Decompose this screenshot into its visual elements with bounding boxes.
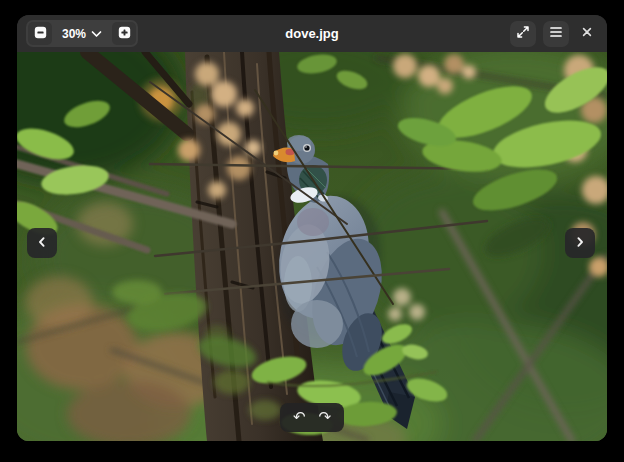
- chevron-down-icon: [91, 27, 102, 41]
- rotate-cw-icon: ↷: [318, 408, 331, 426]
- plus-icon: [117, 25, 132, 43]
- image-viewer-window: dove.jpg 30%: [17, 15, 607, 441]
- chevron-right-icon: [573, 235, 587, 252]
- rotate-ccw-icon: ↶: [293, 408, 306, 426]
- expand-icon: [516, 25, 530, 42]
- zoom-in-button[interactable]: [112, 22, 136, 45]
- header-actions: [510, 20, 598, 47]
- zoom-level-value: 30%: [62, 27, 86, 41]
- zoom-level-dropdown[interactable]: 30%: [52, 20, 112, 47]
- rotate-cw-button[interactable]: ↷: [318, 410, 331, 425]
- zoom-out-button[interactable]: [28, 22, 52, 45]
- fullscreen-button[interactable]: [510, 21, 536, 47]
- minus-icon: [33, 25, 48, 43]
- headerbar: dove.jpg 30%: [17, 15, 607, 52]
- menu-button[interactable]: [543, 21, 569, 47]
- menu-icon: [549, 26, 563, 41]
- rotate-toolbar: ↶ ↷: [280, 403, 344, 432]
- rotate-ccw-button[interactable]: ↶: [293, 410, 306, 425]
- previous-image-button[interactable]: [27, 228, 57, 258]
- close-button[interactable]: [576, 21, 598, 47]
- close-icon: [581, 26, 593, 41]
- chevron-left-icon: [35, 235, 49, 252]
- next-image-button[interactable]: [565, 228, 595, 258]
- image-viewport[interactable]: ↶ ↷: [17, 52, 607, 441]
- zoom-controls: 30%: [26, 20, 138, 47]
- photo-dove: [17, 52, 607, 441]
